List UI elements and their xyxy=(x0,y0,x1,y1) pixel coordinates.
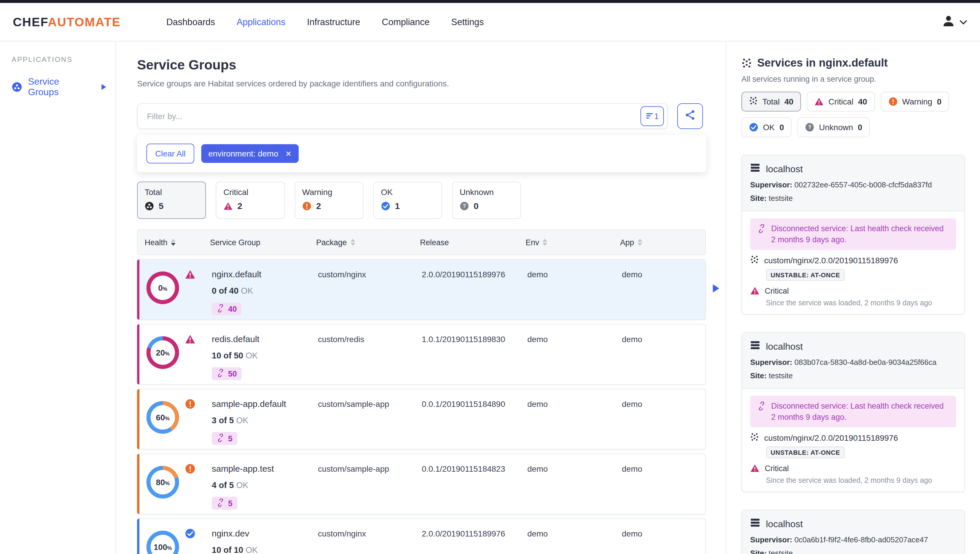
habitat-grid-icon xyxy=(749,96,758,107)
chef-automate-logo[interactable]: CHEFAUTOMATE xyxy=(13,15,121,29)
release-cell: 0.0.1/20190115184890 xyxy=(422,390,527,409)
service-card-header: localhost Supervisor: 0c0a6b1f-f9f2-4fe6… xyxy=(742,510,964,554)
tile-critical[interactable]: Critical 2 xyxy=(216,182,285,219)
service-group-name: nginx.default xyxy=(212,268,318,280)
table-row[interactable]: 60% sample-app.default 3 of 5 OK 5 custo… xyxy=(137,389,706,450)
host-name: localhost xyxy=(766,164,803,174)
sidebar-item-service-groups[interactable]: Service Groups xyxy=(12,77,116,97)
column-package[interactable]: Package xyxy=(316,238,420,247)
filter-count-button[interactable]: 1 xyxy=(641,106,664,126)
tile-unknown[interactable]: Unknown ? 0 xyxy=(452,182,521,219)
warning-icon xyxy=(888,97,897,106)
sort-icon xyxy=(543,239,547,246)
pill-ok[interactable]: OK0 xyxy=(741,117,792,137)
pill-unknown[interactable]: ? Unknown0 xyxy=(797,117,870,137)
host-name: localhost xyxy=(766,519,803,529)
app-cell: demo xyxy=(622,390,705,409)
logo-automate: AUTOMATE xyxy=(48,15,121,28)
habitat-grid-icon xyxy=(741,58,752,68)
disconnected-count-badge: 5 xyxy=(212,497,237,509)
critical-icon xyxy=(815,97,824,106)
services-sidebar-panel: Services in nginx.default All services r… xyxy=(726,42,980,554)
column-app[interactable]: App xyxy=(620,238,705,247)
health-donut: 100% xyxy=(146,531,179,554)
nav-infrastructure[interactable]: Infrastructure xyxy=(307,17,360,27)
health-donut: 20% xyxy=(146,336,179,369)
expand-right-icon[interactable] xyxy=(102,84,106,90)
nav-compliance[interactable]: Compliance xyxy=(382,17,430,27)
app-root: CHEFAUTOMATE Dashboards Applications Inf… xyxy=(0,0,980,554)
table-row[interactable]: 0% nginx.default 0 of 40 OK 40 custom/ng… xyxy=(137,259,706,320)
critical-icon xyxy=(750,286,759,295)
svg-text:?: ? xyxy=(808,125,811,130)
disconnected-count-badge: 50 xyxy=(212,367,242,380)
nav-settings[interactable]: Settings xyxy=(451,17,484,27)
filter-input[interactable] xyxy=(137,103,668,129)
page-subtitle: Service groups are Habitat services orde… xyxy=(137,78,706,89)
pill-critical[interactable]: Critical40 xyxy=(807,92,875,112)
tile-ok[interactable]: OK 1 xyxy=(373,182,442,219)
filter-bar: 1 xyxy=(137,103,706,129)
panel-subtitle: All services running in a service group. xyxy=(741,75,965,83)
user-menu[interactable] xyxy=(942,14,967,30)
table-row[interactable]: 20% redis.default 10 of 50 OK 50 custom/… xyxy=(137,324,706,385)
column-health[interactable]: Health xyxy=(145,238,210,247)
remove-filter-icon[interactable]: ✕ xyxy=(285,149,292,158)
critical-icon xyxy=(750,463,759,473)
package-cell: custom/sample-app xyxy=(318,454,422,473)
nav-applications[interactable]: Applications xyxy=(237,17,285,27)
table-row[interactable]: 100% nginx.dev 10 of 10 OK 10 custom/ngi… xyxy=(137,518,706,554)
health-donut: 80% xyxy=(146,466,179,498)
service-card-header: localhost Supervisor: 002732ee-6557-405c… xyxy=(742,155,964,211)
service-group-name: redis.default xyxy=(212,333,318,345)
package-cell: custom/sample-app xyxy=(318,390,422,409)
supervisor-id: 0c0a6b1f-f9f2-4fe6-8fb0-ad05207ace47 xyxy=(794,535,928,544)
table-row[interactable]: 80% sample-app.test 4 of 5 OK 5 custom/s… xyxy=(137,453,706,514)
package-cell: custom/nginx xyxy=(318,519,422,538)
env-cell: demo xyxy=(527,260,622,279)
habitat-grid-icon xyxy=(750,433,759,443)
column-env[interactable]: Env xyxy=(526,238,620,247)
disconnected-count-badge: 5 xyxy=(212,432,237,445)
service-status-pills: Total40 Critical40 Warning0 OK0 ? Unknow… xyxy=(741,92,965,137)
share-button[interactable] xyxy=(677,103,703,129)
pill-warning[interactable]: Warning0 xyxy=(881,92,949,112)
service-health-label: Critical xyxy=(765,464,789,473)
column-release[interactable]: Release xyxy=(420,238,526,247)
warning-icon xyxy=(185,399,196,409)
service-health-label: Critical xyxy=(765,286,789,295)
table-header: Health Service Group Package Release Env… xyxy=(137,230,706,255)
main-nav: Dashboards Applications Infrastructure C… xyxy=(166,17,484,27)
env-cell: demo xyxy=(527,454,622,473)
applied-filters-panel: Clear All environment: demo ✕ xyxy=(137,135,706,172)
tile-warning[interactable]: Warning 2 xyxy=(294,182,363,219)
critical-icon xyxy=(223,201,233,211)
app-cell: demo xyxy=(622,454,705,473)
host-name: localhost xyxy=(766,341,803,352)
pill-total[interactable]: Total40 xyxy=(741,92,801,112)
habitat-grid-icon xyxy=(750,255,759,266)
main-content: Service Groups Service groups are Habita… xyxy=(116,42,726,554)
row-selected-arrow-icon xyxy=(713,284,719,292)
sort-icon xyxy=(350,239,355,246)
critical-icon xyxy=(185,334,196,345)
supervisor-id: 083b07ca-5830-4a8d-be0a-9034a25f66ca xyxy=(794,358,937,367)
column-service-group[interactable]: Service Group xyxy=(210,238,316,247)
ok-icon xyxy=(749,123,758,132)
env-cell: demo xyxy=(527,519,622,538)
nav-dashboards[interactable]: Dashboards xyxy=(166,17,215,27)
top-navigation-bar: CHEFAUTOMATE Dashboards Applications Inf… xyxy=(0,3,980,42)
sort-icon xyxy=(638,239,642,246)
app-cell: demo xyxy=(622,260,705,279)
service-package-id: custom/nginx/2.0.0/20190115189976 xyxy=(764,256,898,265)
clear-all-button[interactable]: Clear All xyxy=(146,144,194,163)
warning-icon xyxy=(302,201,312,211)
disconnected-alert: Disconnected service: Last health check … xyxy=(750,396,956,427)
tile-total[interactable]: Total 5 xyxy=(137,182,206,219)
logo-chef: CHEF xyxy=(13,15,48,28)
filter-chip-environment-demo[interactable]: environment: demo ✕ xyxy=(201,144,299,163)
sidebar: APPLICATIONS Service Groups xyxy=(0,42,116,554)
service-since-text: Since the service was loaded, 2 months 9… xyxy=(766,299,956,307)
service-group-name: sample-app.default xyxy=(212,398,318,410)
ok-icon xyxy=(381,201,390,211)
